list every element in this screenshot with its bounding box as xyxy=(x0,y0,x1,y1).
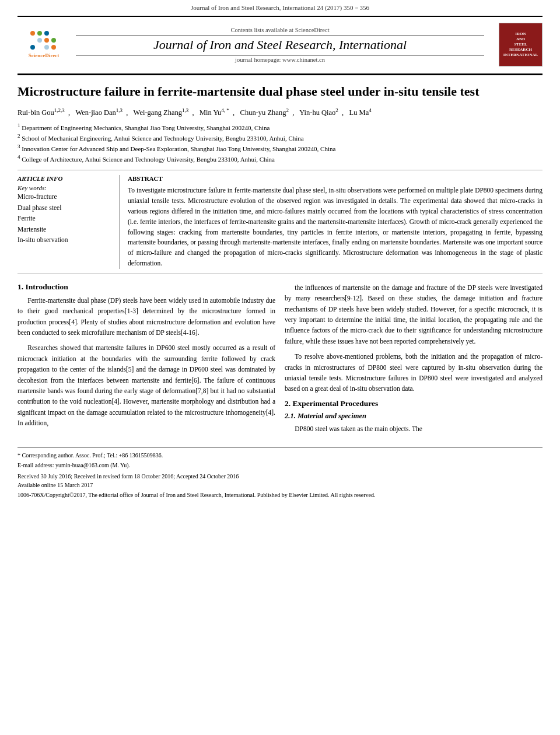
sd-dot xyxy=(37,31,42,36)
sd-dots-grid xyxy=(30,31,57,51)
authors-line: Rui-bin Gou1,2,3 , Wen-jiao Dan1,3 , Wei… xyxy=(18,106,542,118)
footer-area: * Corresponding author. Assoc. Prof.; Te… xyxy=(18,447,542,499)
article-info-abstract-box: ARTICLE INFO Key words: Micro-fracture D… xyxy=(18,170,542,274)
header-rule-top xyxy=(18,16,542,17)
header-center: Contents lists available at ScienceDirec… xyxy=(76,27,484,63)
keyword-dual-phase: Dual phase steel xyxy=(18,202,113,213)
body-content: 1. Introduction Ferrite-martensite dual … xyxy=(18,282,542,439)
available-online: Available online 15 March 2017 xyxy=(18,481,542,489)
keyword-micro-fracture: Micro-fracture xyxy=(18,191,113,202)
journal-title: Journal of Iron and Steel Research, Inte… xyxy=(76,37,484,52)
affiliation-4: 4 College of Architecture, Anhui Science… xyxy=(18,153,542,164)
header-area: ScienceDirect Contents lists available a… xyxy=(0,18,560,71)
sd-dot xyxy=(44,45,49,50)
received-dates: Received 30 July 2016; Received in revis… xyxy=(18,472,542,481)
corresponding-note: * Corresponding author. Assoc. Prof.; Te… xyxy=(18,451,542,460)
keyword-martensite: Martensite xyxy=(18,224,113,235)
affiliation-2: 2 School of Mechanical Engineering, Anhu… xyxy=(18,132,542,143)
header-mid-rule xyxy=(76,36,484,36)
intro-para-2: Researches showed that martensite failur… xyxy=(18,342,275,428)
sciencedirect-text: ScienceDirect xyxy=(29,52,59,58)
sd-dot xyxy=(44,38,49,43)
header-mid-rule2 xyxy=(76,55,484,55)
affiliation-3: 3 Innovation Center for Advanced Ship an… xyxy=(18,143,542,153)
affiliation-1: 1 Department of Engineering Mechanics, S… xyxy=(18,122,542,132)
right-para-1: the influences of martensite on the dama… xyxy=(285,282,542,346)
page-wrapper: Journal of Iron and Steel Research, Inte… xyxy=(0,0,560,511)
sd-dot xyxy=(30,31,35,36)
keyword-ferrite: Ferrite xyxy=(18,213,113,223)
journal-logo-box: IRONANDSTEELRESEARCHINTERNATIONAL xyxy=(499,23,542,66)
journal-logo-text: IRONANDSTEELRESEARCHINTERNATIONAL xyxy=(503,32,538,58)
article-info-section: ARTICLE INFO Key words: Micro-fracture D… xyxy=(18,175,120,269)
abstract-header: ABSTRACT xyxy=(128,175,542,182)
sciencedirect-logo: ScienceDirect xyxy=(18,31,70,58)
section2-sub-header: 2.1. Material and specimen xyxy=(285,412,542,421)
intro-header: 1. Introduction xyxy=(18,282,275,292)
sd-dot xyxy=(37,45,42,50)
article-info-header: ARTICLE INFO xyxy=(18,175,113,182)
sd-dot xyxy=(30,45,35,50)
main-content: Microstructure failure in ferrite-marten… xyxy=(0,83,560,499)
affiliations: 1 Department of Engineering Mechanics, S… xyxy=(18,122,542,164)
keyword-insitu: In-situ observation xyxy=(18,235,113,245)
keywords-label: Key words: xyxy=(18,184,113,191)
email-note: E-mail address: yumin-buaa@163.com (M. Y… xyxy=(18,461,542,470)
abstract-section: ABSTRACT To investigate microstructure f… xyxy=(120,175,542,269)
right-para-2: To resolve above-mentioned problems, bot… xyxy=(285,351,542,394)
body-right-column: the influences of martensite on the dama… xyxy=(285,282,542,439)
sd-dot xyxy=(51,45,56,50)
sd-dot xyxy=(30,38,35,43)
section2-para: DP800 steel was taken as the main object… xyxy=(285,424,542,434)
sd-dot xyxy=(51,38,56,43)
journal-homepage: journal homepage: www.chinanet.cn xyxy=(76,57,484,63)
journal-citation: Journal of Iron and Steel Research, Inte… xyxy=(0,0,560,15)
body-left-column: 1. Introduction Ferrite-martensite dual … xyxy=(18,282,275,439)
sd-dot xyxy=(37,38,42,43)
contents-available-text: Contents lists available at ScienceDirec… xyxy=(76,27,484,33)
sd-dot xyxy=(51,31,56,36)
intro-para-1: Ferrite-martensite dual phase (DP) steel… xyxy=(18,295,275,338)
section2-header: 2. Experimental Procedures xyxy=(285,399,542,408)
sd-dot xyxy=(44,31,49,36)
header-rule-bottom xyxy=(18,74,542,75)
copyright-notice: 1006-706X/Copyright©2017, The editorial … xyxy=(18,491,542,499)
article-title: Microstructure failure in ferrite-marten… xyxy=(18,83,542,100)
abstract-text: To investigate microstructure failure in… xyxy=(128,186,542,269)
journal-logo-right: IRONANDSTEELRESEARCHINTERNATIONAL xyxy=(490,23,542,66)
